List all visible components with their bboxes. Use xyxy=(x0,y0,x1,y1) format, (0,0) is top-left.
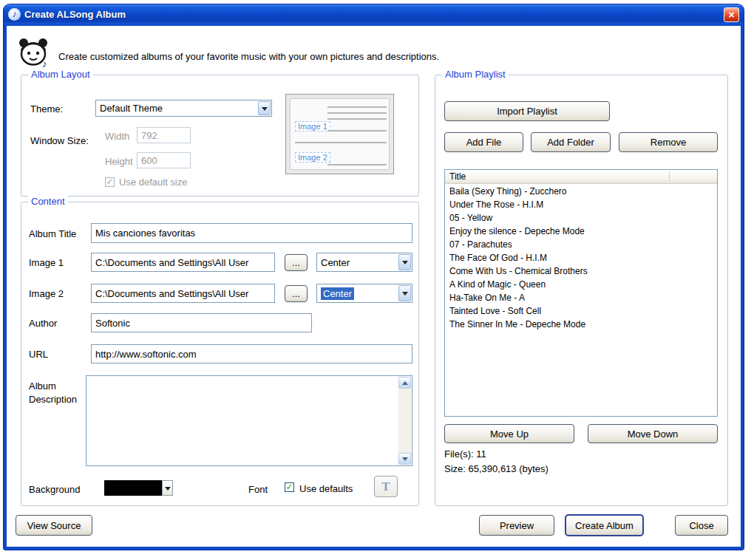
playlist-track[interactable]: 07 - Parachutes xyxy=(445,238,717,251)
author-input[interactable]: Softonic xyxy=(91,313,312,332)
album-title-label: Album Title xyxy=(29,228,76,239)
background-label: Background xyxy=(29,484,80,495)
album-playlist-group: Album Playlist Import Playlist Add File … xyxy=(435,75,728,506)
playlist-track[interactable]: Come With Us - Chemical Brothers xyxy=(445,264,717,278)
size-text: Size: 65,390,613 (bytes) xyxy=(444,463,548,474)
image2-path-input[interactable]: C:\Documents and Settings\All User xyxy=(91,284,275,303)
playlist-list: Title Baila (Sexy Thing) - ZuccheroUnder… xyxy=(444,169,718,417)
close-icon[interactable]: × xyxy=(724,7,739,22)
alsong-mascot-icon: ♪ xyxy=(16,33,51,69)
background-color-swatch[interactable] xyxy=(104,480,162,496)
column-divider[interactable] xyxy=(669,171,670,182)
playlist-track[interactable]: A Kind of Magic - Queen xyxy=(445,278,717,291)
close-button[interactable]: Close xyxy=(675,515,728,536)
album-description-label: Album Description xyxy=(29,380,85,406)
use-default-size-checkbox: ✓ xyxy=(105,177,115,187)
album-layout-group-label: Album Layout xyxy=(28,69,93,80)
scroll-up-icon[interactable] xyxy=(398,377,411,389)
album-playlist-group-label: Album Playlist xyxy=(442,69,509,80)
playlist-track[interactable]: The Sinner In Me - Depeche Mode xyxy=(445,318,717,331)
preview-button[interactable]: Preview xyxy=(479,515,554,536)
create-album-button[interactable]: Create Album xyxy=(565,514,644,536)
playlist-track[interactable]: The Face Of God - H.I.M xyxy=(445,251,717,264)
width-label: Width xyxy=(105,131,129,142)
create-album-window: ♪ Create ALSong Album × ♪ Create customi… xyxy=(4,4,744,550)
playlist-track[interactable]: Under The Rose - H.I.M xyxy=(445,198,717,211)
image2-browse-button[interactable]: ... xyxy=(285,285,308,302)
theme-dropdown-value: Default Theme xyxy=(100,103,163,114)
description-scrollbar[interactable] xyxy=(398,377,411,465)
title-bar[interactable]: ♪ Create ALSong Album × xyxy=(4,4,744,24)
font-picker-button: T xyxy=(374,476,398,497)
chevron-down-icon[interactable] xyxy=(398,285,411,301)
theme-preview-thumbnail: Image 1 Image 2 xyxy=(285,94,394,174)
background-color-dropdown-icon[interactable] xyxy=(162,480,173,496)
playlist-track[interactable]: Tainted Love - Soft Cell xyxy=(445,304,717,318)
add-file-button[interactable]: Add File xyxy=(444,132,523,152)
height-label: Height xyxy=(105,156,133,167)
height-input: 600 xyxy=(137,152,191,168)
svg-text:♪: ♪ xyxy=(42,58,47,69)
playlist-track[interactable]: Ha-Take On Me - A xyxy=(445,291,717,304)
image1-browse-button[interactable]: ... xyxy=(285,254,308,271)
app-icon: ♪ xyxy=(8,8,21,21)
add-folder-button[interactable]: Add Folder xyxy=(531,132,611,152)
playlist-tracks: Baila (Sexy Thing) - ZuccheroUnder The R… xyxy=(445,185,717,416)
theme-dropdown[interactable]: Default Theme xyxy=(95,100,272,117)
theme-preview-page: Image 1 Image 2 xyxy=(290,98,390,170)
image2-align-dropdown[interactable]: Center xyxy=(316,284,412,303)
url-label: URL xyxy=(29,349,48,360)
header-description: Create customized albums of your favorit… xyxy=(58,51,439,62)
album-description-textarea[interactable] xyxy=(86,375,412,466)
scroll-down-icon[interactable] xyxy=(398,453,411,465)
image2-label: Image 2 xyxy=(29,288,64,299)
title-column-label: Title xyxy=(449,171,466,182)
remove-button[interactable]: Remove xyxy=(619,132,718,152)
use-default-size-label: Use default size xyxy=(119,177,188,188)
content-group-label: Content xyxy=(28,196,68,207)
import-playlist-button[interactable]: Import Playlist xyxy=(444,101,610,121)
image2-align-value: Center xyxy=(321,287,354,300)
chevron-down-icon[interactable] xyxy=(398,254,411,270)
preview-image1-label: Image 1 xyxy=(295,121,330,132)
window-size-label: Window Size: xyxy=(30,135,89,146)
content-group: Content Album Title Mis canciones favori… xyxy=(21,202,419,506)
title-column-header[interactable]: Title xyxy=(445,170,717,184)
author-label: Author xyxy=(29,318,57,329)
album-description-text xyxy=(89,378,395,463)
url-input[interactable]: http://www.softonic.com xyxy=(91,344,412,363)
image1-align-value: Center xyxy=(321,257,350,268)
width-input: 792 xyxy=(137,127,191,143)
image1-align-dropdown[interactable]: Center xyxy=(316,253,412,272)
chevron-down-icon[interactable] xyxy=(258,101,271,115)
album-title-input[interactable]: Mis canciones favoritas xyxy=(91,223,412,243)
dialog-body: ♪ Create customized albums of your favor… xyxy=(7,26,741,547)
image1-label: Image 1 xyxy=(29,257,64,268)
playlist-track[interactable]: Baila (Sexy Thing) - Zucchero xyxy=(445,185,717,198)
move-up-button[interactable]: Move Up xyxy=(444,424,574,443)
window-title: Create ALSong Album xyxy=(24,9,724,20)
album-layout-group: Album Layout Theme: Default Theme Image … xyxy=(21,75,419,197)
playlist-track[interactable]: Enjoy the silence - Depeche Mode xyxy=(445,225,717,238)
move-down-button[interactable]: Move Down xyxy=(588,424,718,443)
font-label: Font xyxy=(248,484,268,495)
font-t-icon: T xyxy=(381,479,390,494)
view-source-button[interactable]: View Source xyxy=(16,515,92,536)
use-defaults-label: Use defaults xyxy=(299,483,353,494)
image1-path-input[interactable]: C:\Documents and Settings\All User xyxy=(91,253,275,272)
theme-label: Theme: xyxy=(30,103,63,115)
files-count-text: File(s): 11 xyxy=(444,448,486,460)
use-defaults-checkbox[interactable]: ✓ xyxy=(285,482,294,492)
playlist-track[interactable]: 05 - Yellow xyxy=(445,211,717,225)
preview-image2-label: Image 2 xyxy=(295,152,330,163)
